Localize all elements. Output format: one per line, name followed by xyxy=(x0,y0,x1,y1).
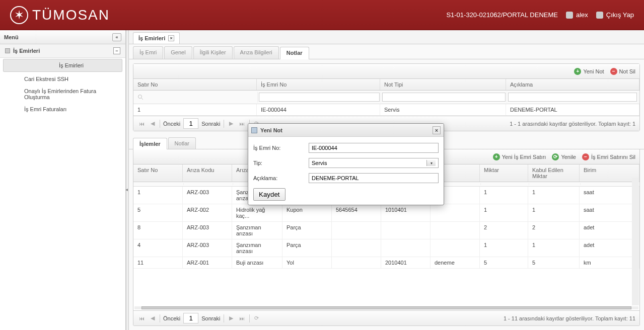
delete-icon: − xyxy=(582,153,589,160)
filter-satir-no[interactable] xyxy=(134,92,258,103)
page-input[interactable] xyxy=(183,313,198,323)
filter-aciklama[interactable] xyxy=(507,92,638,103)
col[interactable]: Miktar xyxy=(480,164,528,182)
delete-row-button[interactable]: − İş Emri Satırını Sil xyxy=(582,153,635,160)
col[interactable]: Satır No xyxy=(133,164,183,182)
next-page-icon[interactable]: ▶ xyxy=(227,120,235,128)
delete-note-button[interactable]: − Not Sil xyxy=(610,68,635,75)
dialog-titlebar[interactable]: Yeni Not × xyxy=(248,124,444,137)
sidebar-item[interactable]: Onaylı İş Emirlerinden Fatura Oluşturma xyxy=(0,85,125,103)
cell: 5 xyxy=(133,204,183,221)
page-input[interactable] xyxy=(183,118,198,129)
col-satir-no[interactable]: Satır No xyxy=(133,79,257,90)
paging-status: 1 - 11 arasındaki kayıtlar gösteriliyor.… xyxy=(504,315,635,321)
logout-link[interactable]: Çıkış Yap xyxy=(596,11,634,19)
logout-icon xyxy=(596,12,603,19)
splitter-handle-icon[interactable]: ◂ xyxy=(125,180,130,198)
vertical-scrollbar[interactable] xyxy=(632,178,639,305)
cell: 1 xyxy=(480,204,528,221)
ops-row[interactable]: 4ARZ-003Şanzıman arızasıParça11adet xyxy=(133,239,639,257)
subtab[interactable]: Arıza Bilgileri xyxy=(234,46,279,59)
collapse-sidebar-button[interactable]: « xyxy=(112,33,121,41)
tree-collapse-icon[interactable]: − xyxy=(113,47,120,54)
close-tab-icon[interactable]: × xyxy=(168,35,174,41)
cell: 1 xyxy=(528,239,580,257)
col-not-tipi[interactable]: Not Tipi xyxy=(380,79,506,90)
col[interactable]: Birim xyxy=(580,164,639,182)
col-is-emri-no[interactable]: İş Emri No xyxy=(257,79,380,90)
search-icon xyxy=(137,94,144,100)
cell xyxy=(431,222,480,239)
new-row-button[interactable]: + Yeni İş Emri Satırı xyxy=(493,153,546,160)
filter-input[interactable] xyxy=(382,93,506,102)
tip-select[interactable]: ▾ xyxy=(309,158,439,168)
notes-grid-header: Satır No İş Emri No Not Tipi Açıklama xyxy=(133,79,639,91)
subtab[interactable]: Notlar xyxy=(280,47,309,59)
close-dialog-icon[interactable]: × xyxy=(433,126,441,134)
cell-acik: DENEME-PORTAL xyxy=(506,104,639,115)
ie-no-input[interactable] xyxy=(309,143,439,153)
ie-no-label: İş Emri No: xyxy=(253,145,309,151)
sidebar-item[interactable]: İş Emri Faturaları xyxy=(0,103,125,115)
ops-row[interactable]: 5ARZ-002Hidrolik yağ kaç...Kupon56456541… xyxy=(133,204,639,222)
sidebar-item[interactable]: İş Emirleri xyxy=(3,59,122,72)
cell-no: 1 xyxy=(133,104,257,115)
col[interactable]: Arıza Kodu xyxy=(183,164,232,182)
new-row-label: Yeni İş Emri Satırı xyxy=(502,154,546,160)
last-page-icon[interactable]: ⏭ xyxy=(238,314,246,322)
dialog-title: Yeni Not xyxy=(260,127,282,133)
cell: 2 xyxy=(528,222,580,239)
col[interactable]: Kabul Edilen Miktar xyxy=(528,164,580,182)
aciklama-input[interactable] xyxy=(309,173,439,183)
save-button[interactable]: Kaydet xyxy=(253,188,285,201)
logout-text: Çıkış Yap xyxy=(606,11,634,19)
col-aciklama[interactable]: Açıklama xyxy=(506,79,639,90)
user-info[interactable]: alex xyxy=(566,11,588,19)
cell: Kupon xyxy=(282,204,332,221)
chevron-down-icon[interactable]: ▾ xyxy=(426,160,436,166)
sidebar-item[interactable]: Cari Ekstresi SSH xyxy=(0,73,125,85)
bottom-tab[interactable]: Notlar xyxy=(168,137,196,149)
prev-page-icon[interactable]: ◀ xyxy=(149,120,157,128)
first-page-icon[interactable]: ⏮ xyxy=(137,314,146,322)
main-tab-label: İş Emirleri xyxy=(138,35,165,41)
horizontal-scrollbar[interactable] xyxy=(134,306,638,309)
filter-input[interactable] xyxy=(508,93,637,102)
filter-input[interactable] xyxy=(259,93,380,102)
subtab[interactable]: Genel xyxy=(164,46,192,59)
delete-note-label: Not Sil xyxy=(619,68,635,74)
app-header: ✶ TÜMOSAN S1-01-320-021062/PORTAL DENEME… xyxy=(0,0,644,30)
paging-status: 1 - 1 arasındaki kayıtlar gösteriliyor. … xyxy=(510,121,635,127)
notes-panel: + Yeni Not − Not Sil Satır No İş Emri No… xyxy=(133,63,640,131)
cell: adet xyxy=(580,222,639,239)
cell: saat xyxy=(580,187,639,204)
logo: ✶ TÜMOSAN xyxy=(10,6,110,24)
folder-icon xyxy=(5,48,10,53)
subtab[interactable]: İlgili Kişiler xyxy=(193,46,233,59)
main-tab[interactable]: İş Emirleri × xyxy=(133,32,180,44)
tip-select-value[interactable] xyxy=(312,160,426,166)
refresh-button[interactable]: ⟳ Yenile xyxy=(552,153,576,160)
prev-page-icon[interactable]: ◀ xyxy=(149,314,157,322)
cell: 1 xyxy=(480,187,528,204)
subtab[interactable]: İş Emri xyxy=(133,46,163,59)
new-note-button[interactable]: + Yeni Not xyxy=(574,68,604,75)
filter-is-emri[interactable] xyxy=(258,92,381,103)
notes-row[interactable]: 1 IE-000044 Servis DENEME-PORTAL xyxy=(133,104,639,116)
splitter[interactable]: ◂ xyxy=(126,30,129,330)
last-page-icon[interactable]: ⏭ xyxy=(238,120,246,128)
prev-label: Önceki xyxy=(163,315,180,321)
tree-root[interactable]: İş Emirleri − xyxy=(0,44,125,58)
ops-row[interactable]: 8ARZ-003Şanzıman arızasıParça22adet xyxy=(133,222,639,239)
refresh-icon[interactable]: ⟳ xyxy=(253,314,261,322)
delete-icon: − xyxy=(610,68,617,75)
bottom-tab[interactable]: İşlemler xyxy=(133,138,167,149)
dialog-body: İş Emri No: Tip: ▾ Açıklama: Kaydet xyxy=(248,137,444,205)
cell: 1 xyxy=(480,239,528,257)
first-page-icon[interactable]: ⏮ xyxy=(137,120,146,128)
filter-not-tipi[interactable] xyxy=(381,92,507,103)
ops-row[interactable]: 11ARZ-001Buji arızasıYol2010401deneme55k… xyxy=(133,257,639,269)
prev-label: Önceki xyxy=(163,121,180,127)
next-page-icon[interactable]: ▶ xyxy=(227,314,235,322)
cell: 11 xyxy=(133,257,183,268)
